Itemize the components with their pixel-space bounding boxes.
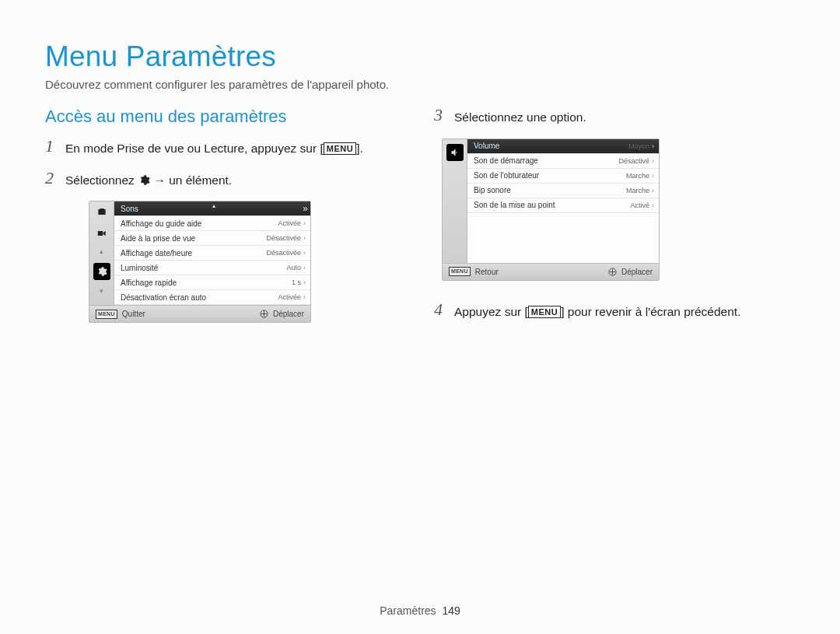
step-4-post: ] pour revenir à l'écran précédent. [561,305,740,318]
chevron-down-icon: ▾ [100,288,103,295]
step-4-pre: Appuyez sur [ [454,305,528,318]
chevron-right-icon: › [652,157,654,165]
chevron-right-icon: › [652,187,654,194]
step-text: En mode Prise de vue ou Lecture, appuyez… [65,138,406,157]
footer-right-label: Déplacer [621,268,653,276]
step-4: 4 Appuyez sur [MENU] pour revenir à l'éc… [434,301,795,321]
row-label: Affichage du guide aide [121,219,201,228]
step-2-post: → un élément. [153,173,232,187]
row-label: Désactivation écran auto [121,293,206,302]
step-text: Sélectionnez une option. [454,107,795,126]
row-value: Activée [278,219,301,227]
row-value: Auto [286,264,301,271]
gear-icon [138,173,150,186]
step-1: 1 En mode Prise de vue ou Lecture, appuy… [45,138,406,157]
step-number: 3 [434,107,454,124]
menu-row-sons: ▴ Sons » [114,201,310,216]
chevron-right-icon: › [303,234,306,242]
menu-button-label: MENU [528,306,561,318]
row-value: Moyen [628,142,649,150]
chevron-right-icon: › [652,142,654,150]
lcd-footer: MENU Quitter Déplacer [89,305,310,322]
menu-row: Désactivation écran auto Activée› [114,290,310,305]
footer-section: Paramètres [380,604,436,617]
chevron-up-icon: ▴ [212,202,215,209]
lcd-menu-list: ▴ Sons » Affichage du guide aide Activée… [114,201,310,305]
step-number: 1 [45,138,65,155]
row-value: Activée [278,293,301,301]
chevron-up-icon: ▴ [100,248,103,255]
row-label: Son de la mise au point [474,201,555,209]
row-value: Marche [626,187,649,194]
menu-row: Son de la mise au point Activé› [467,198,659,213]
row-label: Aide à la prise de vue [121,234,195,243]
chevron-right-icon: › [303,264,306,271]
chevron-right-icon: › [303,278,306,286]
lcd-footer: MENU Retour Déplacer [443,263,659,280]
section-heading: Accès au menu des paramètres [45,107,406,127]
page-footer: Paramètres 149 [0,604,840,617]
menu-button-label: MENU [324,142,356,155]
menu-row: Son de démarrage Désactivé› [467,154,659,169]
chevron-right-icon: › [652,201,654,209]
step-3: 3 Sélectionnez une option. [434,107,795,126]
step-1-post: ]. [356,142,363,155]
step-2-pre: Sélectionnez [65,173,138,187]
lcd-menu-list: Volume Moyen› Son de démarrage Désactivé… [467,139,659,263]
row-label: Affichage date/heure [121,249,192,257]
menu-row-volume: Volume Moyen› [467,139,659,154]
chevron-right-icon: › [652,172,654,180]
footer-right-label: Déplacer [273,310,304,318]
row-label: Affichage rapide [121,278,177,287]
lcd-screenshot-settings: ▴ ▾ ▴ Sons » Affichage du guid [89,201,311,323]
row-value: Désactivée [266,234,301,242]
menu-row: Affichage rapide 1 s› [114,275,310,290]
nav-cross-icon [260,310,269,319]
row-label: Sons [121,205,138,213]
menu-row: Son de l'obturateur Marche› [467,169,659,184]
menu-row: Luminosité Auto› [114,261,310,275]
page-subtitle: Découvrez comment configurer les paramèt… [45,78,795,91]
lcd-sidebar [443,139,467,263]
gear-icon [93,263,110,280]
chevron-double-right-icon: » [303,203,306,214]
row-label: Luminosité [121,264,158,272]
row-value: Marche [626,172,649,180]
row-label: Bip sonore [474,186,511,194]
camcorder-icon [95,226,109,240]
row-value: Désactivé [618,157,649,165]
speaker-icon [446,144,464,161]
chevron-right-icon: › [303,249,306,257]
menu-row: Affichage date/heure Désactivée› [114,246,310,261]
page-title: Menu Paramètres [45,40,795,73]
step-2: 2 Sélectionnez → un élément. [45,170,406,189]
chevron-right-icon: › [303,219,306,227]
chevron-right-icon: › [303,293,306,301]
menu-small-label: MENU [96,310,117,319]
step-text: Appuyez sur [MENU] pour revenir à l'écra… [454,301,795,321]
lcd-screenshot-sound: Volume Moyen› Son de démarrage Désactivé… [442,138,660,281]
footer-left-label: Quitter [122,310,145,318]
menu-row: Bip sonore Marche› [467,184,659,198]
page-number: 149 [442,604,460,617]
row-value: Désactivée [266,249,301,257]
row-label: Volume [474,142,499,150]
menu-row: Affichage du guide aide Activée› [114,216,310,231]
nav-cross-icon [608,267,618,276]
step-number: 2 [45,170,65,187]
camera-icon [95,205,109,219]
step-text: Sélectionnez → un élément. [65,170,406,189]
menu-small-label: MENU [449,267,471,276]
row-value: Activé [630,201,649,209]
blank-row [467,213,659,263]
footer-left-label: Retour [475,268,499,276]
step-1-pre: En mode Prise de vue ou Lecture, appuyez… [65,142,324,155]
menu-row: Aide à la prise de vue Désactivée› [114,231,310,246]
step-number: 4 [434,301,454,318]
row-label: Son de l'obturateur [474,171,539,180]
lcd-sidebar: ▴ ▾ [89,201,114,305]
row-value: 1 s [292,278,301,286]
row-label: Son de démarrage [474,156,538,165]
